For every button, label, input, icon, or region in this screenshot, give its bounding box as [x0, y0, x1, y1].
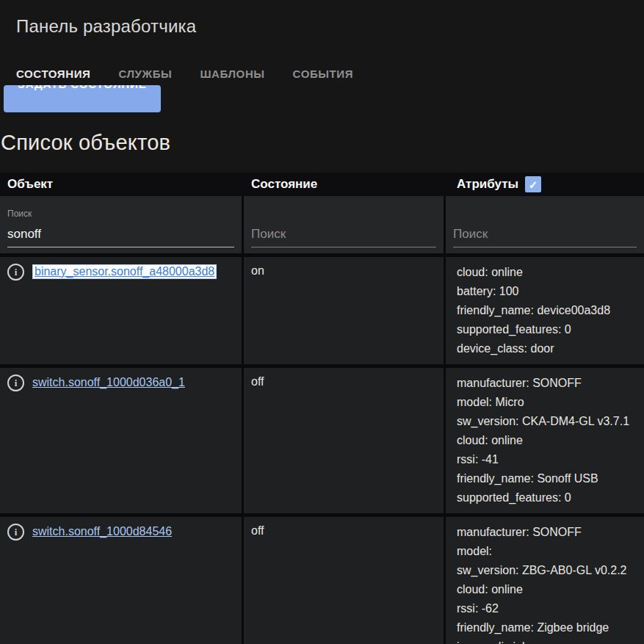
table-row: i binary_sensor.sonoff_a48000a3d8 on clo…: [0, 257, 644, 364]
attributes-cell: manufacturer: SONOFF model: Micro sw_ver…: [446, 368, 644, 513]
section-title: Список объектов: [0, 131, 644, 155]
entity-link[interactable]: binary_sensor.sonoff_a48000a3d8: [32, 264, 217, 279]
attribute-line: device_class: door: [457, 339, 638, 358]
attributes-filter-cell: [446, 196, 644, 253]
developer-tools-panel: Панель разработчика СОСТОЯНИЯ СЛУЖБЫ ШАБ…: [0, 0, 644, 644]
column-header-attributes: Атрибуты ✓: [446, 176, 644, 192]
attributes-filter-input[interactable]: [453, 227, 637, 247]
attribute-line: sw_version: CKA-DM4-GL v3.7.1: [457, 412, 638, 431]
attribute-line: icon: mdi:zigbee: [457, 637, 638, 644]
entity-filter-label: Поиск: [7, 209, 32, 219]
info-icon[interactable]: i: [7, 524, 24, 540]
entity-filter-input[interactable]: [7, 227, 234, 247]
entities-table: Объект Состояние Атрибуты ✓ Поиск: [0, 173, 644, 644]
attribute-line: battery: 100: [457, 282, 638, 301]
attributes-checkbox[interactable]: ✓: [525, 176, 541, 192]
tab-bar: СОСТОЯНИЯ СЛУЖБЫ ШАБЛОНЫ СОБЫТИЯ: [0, 65, 644, 82]
attribute-line: friendly_name: Sonoff USB: [457, 469, 638, 488]
attribute-line: supported_features: 0: [457, 488, 638, 507]
state-cell: off: [244, 517, 444, 644]
filter-row: Поиск: [0, 196, 644, 253]
attributes-cell: cloud: online battery: 100 friendly_name…: [446, 257, 644, 364]
attribute-line: rssi: -41: [457, 450, 638, 469]
state-filter-cell: [244, 196, 444, 253]
entity-link[interactable]: switch.sonoff_1000d84546: [32, 525, 172, 538]
checkmark-icon: ✓: [529, 179, 538, 190]
tab-states[interactable]: СОСТОЯНИЯ: [16, 68, 90, 80]
entity-cell: i switch.sonoff_1000d84546: [0, 517, 242, 644]
attribute-line: rssi: -62: [457, 599, 638, 618]
table-body: Поиск i binary_sensor.sonoff_a48000a3d8 …: [0, 196, 644, 644]
attribute-line: cloud: online: [457, 580, 638, 599]
attribute-line: supported_features: 0: [457, 320, 638, 339]
table-row: i switch.sonoff_1000d84546 off manufactu…: [0, 517, 644, 644]
table-header-row: Объект Состояние Атрибуты ✓: [0, 173, 644, 196]
entity-filter-cell: Поиск: [0, 196, 242, 253]
tab-events[interactable]: СОБЫТИЯ: [293, 68, 354, 80]
state-filter-input[interactable]: [251, 227, 436, 247]
set-state-button-label: ЗАДАТЬ СОСТОЯНИЕ: [4, 85, 161, 92]
attribute-line: cloud: online: [457, 431, 638, 450]
column-header-attributes-label[interactable]: Атрибуты: [457, 177, 518, 192]
attribute-line: sw_version: ZBG-AB0-GL v0.2.2: [457, 561, 638, 580]
table-row: i switch.sonoff_1000d036a0_1 off manufac…: [0, 368, 644, 513]
attribute-line: model: Micro: [457, 393, 638, 412]
entity-cell: i binary_sensor.sonoff_a48000a3d8: [0, 257, 242, 364]
entity-cell: i switch.sonoff_1000d036a0_1: [0, 368, 242, 513]
attributes-cell: manufacturer: SONOFF model: sw_version: …: [446, 517, 644, 644]
info-icon[interactable]: i: [7, 264, 24, 281]
set-state-button[interactable]: ЗАДАТЬ СОСТОЯНИЕ: [4, 85, 161, 112]
state-cell: on: [244, 257, 444, 364]
set-state-button-wrap: ЗАДАТЬ СОСТОЯНИЕ: [4, 85, 644, 112]
attribute-line: manufacturer: SONOFF: [457, 523, 638, 542]
tab-services[interactable]: СЛУЖБЫ: [118, 68, 172, 80]
attribute-line: manufacturer: SONOFF: [457, 374, 638, 393]
column-header-state[interactable]: Состояние: [244, 177, 446, 192]
state-cell: off: [244, 368, 444, 513]
tab-templates[interactable]: ШАБЛОНЫ: [200, 68, 264, 80]
page-title: Панель разработчика: [16, 16, 644, 37]
entity-link[interactable]: switch.sonoff_1000d036a0_1: [32, 376, 185, 389]
column-header-entity[interactable]: Объект: [0, 177, 244, 192]
attribute-line: friendly_name: device00a3d8: [457, 301, 638, 320]
attribute-line: model:: [457, 542, 638, 561]
attribute-line: friendly_name: Zigbee bridge: [457, 618, 638, 637]
attribute-line: cloud: online: [457, 263, 638, 282]
info-icon[interactable]: i: [7, 375, 24, 391]
